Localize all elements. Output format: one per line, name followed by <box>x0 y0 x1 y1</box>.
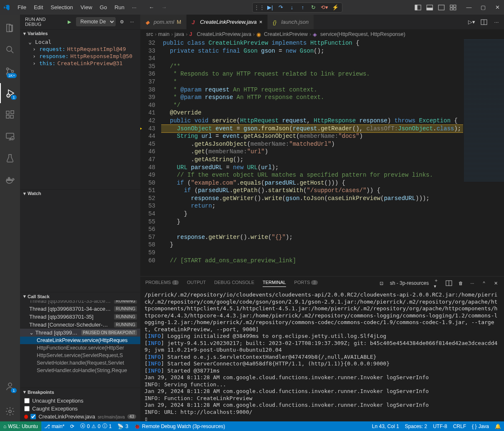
stack-frame[interactable]: ServletHolder.handle(Request,Servlet <box>20 359 140 367</box>
debug-more-icon[interactable]: ··· <box>129 18 135 25</box>
panel-more-icon[interactable]: ··· <box>469 280 476 286</box>
activity-settings[interactable] <box>0 401 20 421</box>
activity-accounts[interactable]: 1 <box>0 376 20 396</box>
breadcrumb[interactable]: src› main› java› JCreateLinkPreview.java… <box>140 29 504 39</box>
layout-bottom-icon[interactable] <box>426 4 433 11</box>
editor-run-icon[interactable]: ▷▾ <box>468 19 475 25</box>
thread-row[interactable]: Thread [Connector-Scheduler-…RUNNING <box>20 321 140 329</box>
panel-close-icon[interactable]: ✕ <box>492 280 499 286</box>
variable-row[interactable]: ›response: HttpResponseImpl@50 <box>20 53 140 60</box>
editor-more-icon[interactable]: ··· <box>493 19 500 25</box>
status-branch[interactable]: ⎇main* <box>41 421 68 431</box>
stack-frame[interactable]: HttpFunctionExecutor.service(HttpSer <box>20 344 140 352</box>
status-cursor[interactable]: Ln 43, Col 1 <box>369 423 402 429</box>
window-close-icon[interactable]: ✕ <box>494 4 501 11</box>
remote-icon: ⌂ <box>3 423 6 429</box>
menu-edit[interactable]: Edit <box>30 3 46 12</box>
debug-step-over-icon[interactable]: ↷ <box>278 4 284 11</box>
debug-config-select[interactable]: Remote De <box>76 17 116 26</box>
terminal-new-icon[interactable]: ＋▾ <box>434 280 441 286</box>
menu-file[interactable]: File <box>14 3 30 12</box>
debug-hot-icon[interactable]: ⚡ <box>332 4 339 11</box>
debug-settings-icon[interactable]: ⚙ <box>119 18 126 25</box>
svg-rect-6 <box>453 5 456 7</box>
tab-pom[interactable]: ◆ pom.xmlM <box>140 15 187 29</box>
layout-right-icon[interactable] <box>438 4 445 11</box>
file-java-icon: J <box>192 19 198 25</box>
stack-frame[interactable]: HttpServlet.service(ServletRequest,S <box>20 352 140 359</box>
layout-left-icon[interactable] <box>415 4 421 11</box>
activity-extensions[interactable] <box>0 105 20 125</box>
activity-remote[interactable] <box>0 127 20 147</box>
svg-rect-15 <box>6 115 9 118</box>
editor-split-icon[interactable] <box>481 19 487 25</box>
window-maximize-icon[interactable]: ▢ <box>480 4 486 11</box>
status-notifications-icon[interactable]: 🔔 <box>492 423 504 429</box>
panel-tab-debug-console[interactable]: Debug Console <box>214 280 254 286</box>
menu-run[interactable]: Run <box>111 3 128 12</box>
status-remote[interactable]: ⌂WSL: Ubuntu <box>0 421 41 431</box>
watch-header[interactable]: ▾Watch <box>20 189 140 198</box>
debug-drag-handle-icon[interactable]: ⋮⋮ <box>256 4 263 11</box>
layout-custom-icon[interactable] <box>450 4 456 11</box>
activity-explorer[interactable] <box>0 18 20 38</box>
window-minimize-icon[interactable]: — <box>466 4 472 11</box>
debug-continue-icon[interactable]: ▶| <box>267 4 274 11</box>
titlebar: File Edit Selection View Go Run ··· ← → … <box>0 0 504 15</box>
panel-tab-ports[interactable]: Ports 3 <box>294 280 318 286</box>
thread-row[interactable]: Thread [qtp399683701-34-acce…RUNNING <box>20 305 140 313</box>
tab-createlinkpreview[interactable]: J CreateLinkPreview.java × <box>187 15 268 29</box>
activity-docker[interactable] <box>0 170 20 190</box>
activity-search[interactable] <box>0 40 20 60</box>
status-encoding[interactable]: UTF-8 <box>430 423 450 429</box>
status-eol[interactable]: CRLF <box>450 423 469 429</box>
status-language[interactable]: { } Java <box>469 423 492 429</box>
minimap[interactable] <box>464 39 504 276</box>
menu-selection[interactable]: Selection <box>47 3 76 12</box>
breakpoints-header[interactable]: ▾Breakpoints <box>20 388 140 396</box>
activity-scm[interactable]: 1K+ <box>0 61 20 81</box>
statusbar: ⌂WSL: Ubuntu ⎇main* ⟳ ⓧ0 ⚠0 ⓘ1 📡3 🐞Remot… <box>0 421 504 431</box>
variable-row[interactable]: ›this: CreateLinkPreview@31 <box>20 60 140 67</box>
breakpoint-caught[interactable]: Caught Exceptions <box>20 405 140 413</box>
stack-frame[interactable]: ServletHandler.doHandle(String,Reque <box>20 367 140 374</box>
panel-tab-terminal[interactable]: Terminal <box>263 280 286 287</box>
status-debug-target[interactable]: 🐞Remote Debug Watch (3p-resources) <box>131 421 228 431</box>
panel-maximize-icon[interactable]: ^ <box>481 280 487 286</box>
variables-scope-local[interactable]: ⌄Local <box>20 38 140 46</box>
terminal-kill-icon[interactable]: 🗑 <box>457 280 464 286</box>
menu-go[interactable]: Go <box>96 3 110 12</box>
nav-forward-icon[interactable]: → <box>161 4 167 11</box>
menu-more[interactable]: ··· <box>129 3 140 12</box>
editor[interactable]: 3233343536373839404142434445464748495051… <box>140 39 463 276</box>
status-problems[interactable]: ⓧ0 ⚠0 ⓘ1 <box>77 421 114 431</box>
panel-tab-output[interactable]: Output <box>187 280 206 286</box>
activity-testing[interactable] <box>0 148 20 168</box>
debug-restart-icon[interactable]: ↻ <box>310 4 317 11</box>
nav-back-icon[interactable]: ← <box>148 4 155 11</box>
debug-step-into-icon[interactable]: ↓ <box>289 4 295 11</box>
breakpoint-item[interactable]: CreateLinkPreview.javasrc/main/java 43 <box>20 413 140 421</box>
terminal-output[interactable]: /pierrick/.m2/repository/io/cloudevents/… <box>140 290 504 421</box>
panel-tab-problems[interactable]: Problems 1 <box>145 280 179 286</box>
terminal-name[interactable]: sh - 3p-resources <box>390 280 429 286</box>
tab-launch[interactable]: {} launch.json <box>268 15 314 29</box>
callstack-header[interactable]: ▾Call Stack <box>20 292 140 300</box>
terminal-split-icon[interactable] <box>446 280 452 286</box>
status-sync[interactable]: ⟳ <box>67 421 77 431</box>
menu-view[interactable]: View <box>77 3 96 12</box>
thread-row[interactable]: ⌄ Thread [qtp39968…PAUSED ON BREAKPOINT <box>20 329 140 337</box>
stack-frame[interactable]: CreateLinkPreview.service(HttpReques <box>20 337 140 344</box>
thread-row[interactable]: Thread [qtp399683701-35]RUNNING <box>20 313 140 321</box>
variables-header[interactable]: ▾Variables <box>20 29 140 38</box>
breakpoint-uncaught[interactable]: Uncaught Exceptions <box>20 397 140 405</box>
variable-row[interactable]: ›request: HttpRequestImpl@49 <box>20 46 140 53</box>
sync-icon: ⟳ <box>70 423 74 429</box>
debug-start-icon[interactable]: ▶ <box>66 18 73 25</box>
status-spaces[interactable]: Spaces: 2 <box>402 423 430 429</box>
tab-close-icon[interactable]: × <box>259 19 263 25</box>
activity-debug[interactable]: 1 <box>0 83 20 103</box>
debug-stop-icon[interactable]: ⟲▾ <box>321 4 328 11</box>
status-ports[interactable]: 📡3 <box>114 421 131 431</box>
debug-step-out-icon[interactable]: ↑ <box>299 4 306 11</box>
